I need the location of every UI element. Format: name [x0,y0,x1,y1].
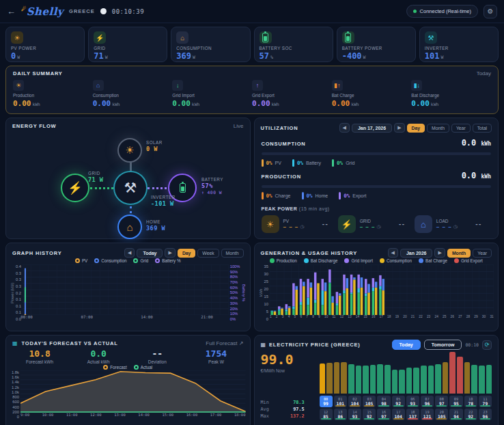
price-bar-16[interactable] [435,364,441,394]
price-cell-20[interactable]: 20105 [435,409,448,420]
price-cell-22[interactable]: 2292 [464,409,477,420]
price-bar-23[interactable] [486,365,492,394]
price-cell-17[interactable]: 17104 [392,409,405,420]
ytick: 1.0k [12,390,19,394]
home-node[interactable]: ⌂ [117,215,142,239]
utilization-range-month[interactable]: Month [427,124,449,133]
utilization-range-year[interactable]: Year [451,124,471,133]
price-bar-19[interactable] [457,357,463,394]
price-cell-13[interactable]: 1386 [334,409,347,420]
legend-percent: 0% [266,193,272,199]
xtick: 12:00 [90,413,102,419]
generation-period-label[interactable]: Jan 2026 [400,249,433,258]
generation-next-button[interactable]: ▶ [434,248,445,258]
graph-history-period-label[interactable]: Today [137,249,163,258]
graph-history-range-week[interactable]: Week [197,249,219,258]
price-bar-14[interactable] [421,366,427,394]
chart-legend-batdischarge: Bat Discharge [304,258,338,263]
price-cell-05[interactable]: 0592 [392,396,405,407]
stat-card-unit: % [270,55,273,60]
tomorrow-button[interactable]: Tomorrow [424,340,462,350]
graph-history-range-month[interactable]: Month [221,249,244,258]
generation-range-year[interactable]: Year [473,249,492,258]
price-bar-05[interactable] [356,366,362,394]
graph-history-range-day[interactable]: Day [178,249,195,258]
utilization-next-button[interactable]: ▶ [394,123,404,133]
generation-range-month[interactable]: Month [447,249,471,258]
price-cell-19[interactable]: 19121 [421,409,434,420]
price-cell-02[interactable]: 02104 [348,396,361,407]
price-bar-10[interactable] [392,370,398,394]
price-bar-20[interactable] [464,362,471,394]
price-bar-01[interactable] [326,363,333,394]
stat-card-battery-power[interactable]: BATTERY POWER-400W [337,27,416,62]
today-button[interactable]: Today [392,340,421,350]
ytick: 0.3 [16,271,21,275]
price-cell-01[interactable]: 01101 [334,396,347,407]
price-cell-07[interactable]: 0796 [421,396,434,407]
price-bar-09[interactable] [384,365,391,394]
legend-marker [155,258,160,263]
price-cell-15[interactable]: 1592 [363,409,376,420]
price-bar-11[interactable] [399,370,405,394]
price-bar-03[interactable] [341,362,347,394]
xtick: 3 [282,315,284,321]
stat-card-inverter[interactable]: ⚒INVERTER101W [419,27,499,62]
price-cell-16[interactable]: 1697 [377,409,390,420]
full-forecast-link[interactable]: Full Forecast ↗ [206,340,243,346]
stat-card-battery-soc[interactable]: BATTERY SOC57% [254,27,333,62]
price-cell-12[interactable]: 1285 [320,409,333,420]
price-bar-12[interactable] [406,368,412,394]
graph-history-next-button[interactable]: ▶ [165,248,175,258]
price-cell-21[interactable]: 2194 [449,409,462,420]
legend-percent: 0% [266,160,272,166]
price-cell-23[interactable]: 2396 [479,409,492,420]
price-cell-14[interactable]: 1493 [348,409,361,420]
grid-node[interactable]: ⚡ [61,174,89,202]
stat-card-pv-power[interactable]: ☀PV POWER0W [5,27,85,62]
production-progress-track [262,185,492,188]
chart-legend-batcharge: Bat Charge [419,258,447,263]
xtick: 19 [395,315,399,321]
chart-legend-consumption: Consumption [380,258,412,263]
price-cell-03[interactable]: 03105 [363,396,376,407]
price-bar-04[interactable] [348,364,354,394]
legend-text: Consumption [101,258,126,263]
utilization-prev-button[interactable]: ◀ [339,123,350,133]
utilization-range-day[interactable]: Day [407,124,425,133]
price-cell-04[interactable]: 0498 [377,396,390,407]
price-bar-22[interactable] [479,366,485,394]
price-cell-09[interactable]: 0995 [449,396,462,407]
graph-history-prev-button[interactable]: ◀ [124,248,135,258]
solar-node[interactable]: ☀ [117,138,142,163]
price-cell-11[interactable]: 1179 [479,396,492,407]
back-button[interactable]: ← [7,6,16,16]
ytick: 1.8k [12,370,19,374]
refresh-icon[interactable]: ⟳ [482,340,492,350]
price-cell-00[interactable]: 0099 [320,396,333,407]
inverter-node[interactable]: ⚒ [113,171,148,205]
price-bar-02[interactable] [334,362,340,394]
price-cell-06[interactable]: 0693 [406,396,419,407]
price-bar-18[interactable] [449,352,456,394]
price-bar-07[interactable] [370,365,376,394]
generation-plot: 1234567891011121314151617181920212223242… [270,264,494,321]
utilization-period-label[interactable]: Jan 17, 2026 [352,124,392,133]
price-bar-06[interactable] [363,366,369,394]
stat-card-consumption[interactable]: ⌂CONSUMPTION369W [171,27,250,62]
utilization-range-total[interactable]: Total [473,124,492,133]
price-bar-21[interactable] [471,365,477,394]
stat-card-grid[interactable]: ⚡GRID71W [88,27,167,62]
price-bar-17[interactable] [443,362,449,394]
price-bar-15[interactable] [428,366,434,394]
generation-prev-button[interactable]: ◀ [388,248,398,258]
price-bar-13[interactable] [413,368,419,394]
price-bar-00[interactable] [320,364,326,394]
price-cell-08[interactable]: 0897 [435,396,448,407]
settings-button[interactable]: ⚙ [484,5,497,18]
price-bar-08[interactable] [377,364,383,394]
price-cell-underline [335,418,346,420]
stat-card-label: PV POWER [11,46,79,51]
price-cell-18[interactable]: 18137 [406,409,419,420]
price-cell-10[interactable]: 1078 [464,396,477,407]
